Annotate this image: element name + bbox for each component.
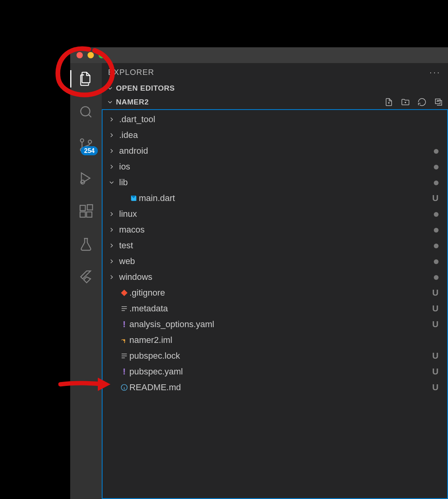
file-row[interactable]: main.dartU	[103, 190, 447, 206]
open-editors-label: OPEN EDITORS	[116, 84, 175, 93]
untracked-status: U	[432, 319, 439, 329]
iml-file-icon	[119, 336, 129, 344]
svg-rect-6	[80, 212, 85, 217]
folder-label: .idea	[119, 130, 439, 140]
project-section[interactable]: NAMER2	[102, 95, 448, 109]
folder-row[interactable]: .idea	[103, 127, 447, 143]
svg-point-3	[88, 140, 91, 143]
modified-dot-icon	[434, 165, 439, 169]
untracked-status: U	[432, 288, 439, 298]
chevron-right-icon[interactable]	[108, 242, 119, 249]
svg-point-0	[81, 107, 90, 116]
folder-row[interactable]: test	[103, 238, 447, 253]
chevron-right-icon[interactable]	[108, 210, 119, 218]
more-actions-button[interactable]: ···	[429, 68, 441, 77]
file-label: README.md	[129, 382, 432, 393]
sidebar-title: EXPLORER	[108, 68, 154, 77]
untracked-status: U	[432, 193, 439, 203]
testing-activity[interactable]	[70, 233, 102, 255]
svg-rect-7	[87, 212, 92, 217]
chevron-right-icon[interactable]	[108, 226, 119, 233]
search-activity[interactable]	[70, 101, 102, 123]
project-actions	[384, 97, 443, 107]
folder-label: android	[119, 146, 434, 156]
folder-label: windows	[119, 272, 434, 282]
yaml-file-icon: !	[119, 367, 129, 376]
file-row[interactable]: !analysis_options.yamlU	[103, 317, 447, 332]
explorer-sidebar: EXPLORER ··· OPEN EDITORS NAMER2 .dart_t…	[102, 63, 448, 499]
window-minimize-button[interactable]	[88, 52, 94, 58]
collapse-all-icon[interactable]	[434, 97, 443, 107]
modified-dot-icon	[434, 228, 439, 233]
file-label: pubspec.lock	[129, 351, 432, 361]
modified-dot-icon	[434, 212, 439, 217]
folder-row[interactable]: windows	[103, 269, 447, 285]
untracked-status: U	[432, 367, 439, 376]
titlebar[interactable]	[70, 47, 448, 63]
vscode-window: 254	[70, 47, 448, 499]
new-folder-icon[interactable]	[401, 97, 410, 107]
content-area: 254	[70, 63, 448, 499]
chevron-down-icon[interactable]	[108, 179, 119, 186]
file-label: .gitignore	[129, 288, 432, 298]
extensions-icon	[78, 203, 94, 219]
svg-point-1	[80, 139, 84, 142]
untracked-status: U	[432, 382, 439, 392]
svg-point-10	[123, 339, 125, 341]
folder-label: linux	[119, 209, 434, 219]
file-label: main.dart	[139, 193, 432, 203]
folder-row[interactable]: web	[103, 253, 447, 269]
explorer-activity[interactable]	[70, 68, 102, 90]
dart-file-icon	[129, 194, 139, 202]
file-label: analysis_options.yaml	[129, 319, 432, 330]
modified-dot-icon	[434, 275, 439, 280]
open-editors-section[interactable]: OPEN EDITORS	[102, 82, 448, 95]
folder-row[interactable]: android	[103, 143, 447, 159]
lines-file-icon	[119, 352, 129, 360]
chevron-right-icon[interactable]	[108, 147, 119, 155]
file-row[interactable]: .gitignoreU	[103, 285, 447, 301]
modified-dot-icon	[434, 149, 439, 154]
scm-badge: 254	[81, 146, 98, 155]
file-tree[interactable]: .dart_tool.ideaandroidioslibmain.dartUli…	[102, 109, 448, 499]
chevron-right-icon[interactable]	[108, 258, 119, 265]
folder-label: web	[119, 256, 434, 266]
run-debug-activity[interactable]	[70, 167, 102, 189]
folder-row[interactable]: .dart_tool	[103, 112, 447, 127]
refresh-icon[interactable]	[417, 97, 427, 107]
chevron-right-icon[interactable]	[108, 116, 119, 123]
lines-file-icon	[119, 305, 129, 313]
file-row[interactable]: namer2.iml	[103, 332, 447, 348]
extensions-activity[interactable]	[70, 200, 102, 222]
folder-row[interactable]: linux	[103, 206, 447, 222]
file-row[interactable]: .metadataU	[103, 301, 447, 317]
file-row[interactable]: pubspec.lockU	[103, 348, 447, 364]
git-file-icon	[119, 289, 129, 297]
modified-dot-icon	[434, 181, 439, 185]
window-zoom-button[interactable]	[99, 52, 105, 58]
file-label: pubspec.yaml	[129, 367, 432, 377]
window-close-button[interactable]	[77, 52, 83, 58]
chevron-right-icon[interactable]	[108, 163, 119, 170]
chevron-down-icon	[106, 85, 114, 92]
chevron-right-icon[interactable]	[108, 274, 119, 281]
untracked-status: U	[432, 351, 439, 361]
folder-row[interactable]: lib	[103, 175, 447, 190]
scm-activity[interactable]: 254	[70, 134, 102, 156]
files-icon	[78, 71, 94, 87]
folder-label: test	[119, 240, 434, 251]
folder-row[interactable]: macos	[103, 222, 447, 238]
search-icon	[78, 104, 94, 120]
folder-row[interactable]: ios	[103, 159, 447, 175]
chevron-down-icon	[106, 99, 114, 106]
new-file-icon[interactable]	[384, 97, 394, 107]
play-bug-icon	[78, 170, 94, 186]
file-row[interactable]: README.mdU	[103, 380, 447, 395]
flutter-icon	[78, 270, 94, 285]
activity-bar: 254	[70, 63, 102, 499]
flutter-activity[interactable]	[70, 266, 102, 289]
flask-icon	[78, 236, 94, 252]
folder-label: macos	[119, 225, 434, 235]
chevron-right-icon[interactable]	[108, 132, 119, 139]
file-row[interactable]: !pubspec.yamlU	[103, 364, 447, 380]
